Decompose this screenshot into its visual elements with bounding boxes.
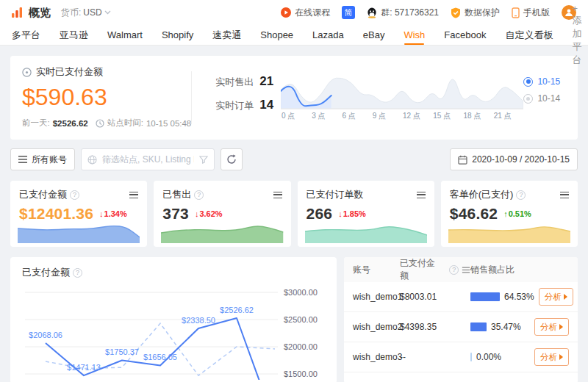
accounts-table-card: 账号 已支付金额 ? 销售额占比 wish_demo1 $8003.01 64.… [344, 257, 578, 382]
menu-icon[interactable] [273, 192, 282, 198]
caret-right-icon [564, 294, 567, 300]
tab-custom-board[interactable]: 自定义看板 [505, 25, 553, 45]
help-icon[interactable]: ? [194, 190, 204, 200]
analyze-button[interactable]: 分析 [539, 288, 573, 306]
sort-menu-icon[interactable] [462, 267, 470, 273]
tab-multi-platform[interactable]: 多平台 [12, 25, 40, 45]
add-platform-button[interactable]: + 添加平台 [572, 3, 581, 67]
menu-icon[interactable] [560, 192, 569, 198]
help-icon[interactable]: ? [516, 190, 526, 200]
svg-text:12 点: 12 点 [403, 112, 420, 120]
caret-right-icon [559, 354, 563, 360]
svg-text:$1656.05: $1656.05 [143, 353, 177, 361]
table-row: wish_demo3 -- 0.00% 分析 [344, 342, 578, 372]
play-icon [281, 7, 291, 18]
svg-text:$3000.00: $3000.00 [284, 288, 318, 297]
metric-card-paid-amount: 已支付金额 ? $12401.36 ↓1.34% [10, 181, 147, 247]
brand-area: 概览 货币: USD [12, 6, 111, 20]
realtime-summary: 实时已支付金额 $590.63 前一天: $2526.62 站点时间: 10-1… [22, 65, 191, 130]
caret-right-icon [559, 324, 563, 330]
refresh-button[interactable] [220, 148, 243, 170]
share-bar [470, 322, 487, 331]
site-time-label: 站点时间: [107, 118, 143, 129]
metric-cards: 已支付金额 ? $12401.36 ↓1.34% 已售出 ? 373 ↓3.62… [10, 181, 578, 247]
svg-text:$2068.06: $2068.06 [29, 331, 62, 339]
svg-text:15 点: 15 点 [434, 112, 451, 120]
radio-date-yesterday[interactable]: 10-14 [523, 93, 566, 104]
realtime-orders-value: 14 [259, 98, 273, 112]
table-header: 账号 已支付金额 ? 销售额占比 [344, 257, 578, 282]
chevron-down-icon [104, 10, 111, 15]
tab-ebay[interactable]: eBay [363, 25, 385, 45]
metric-card-sold: 已售出 ? 373 ↓3.62% [154, 181, 290, 247]
help-icon[interactable]: ? [73, 268, 82, 278]
tab-amazon[interactable]: 亚马逊 [60, 25, 88, 45]
date-range-picker[interactable]: 2020-10-09 / 2020-10-15 [450, 148, 578, 170]
metric-title: 客单价(已支付) [450, 188, 514, 201]
menu-icon[interactable] [129, 192, 138, 198]
jian-badge[interactable]: 简 [342, 6, 355, 19]
logo-icon [12, 7, 23, 18]
menu-icon[interactable] [417, 192, 426, 198]
shield-check-icon [451, 7, 461, 18]
data-protection-link[interactable]: 数据保护 [451, 7, 500, 19]
svg-text:$2000.00: $2000.00 [284, 342, 318, 351]
online-course-link[interactable]: 在线课程 [281, 7, 330, 19]
account-name: wish_demo2 [353, 322, 400, 332]
filter-search-box[interactable] [81, 148, 215, 170]
tab-shopee[interactable]: Shopee [260, 25, 293, 45]
qq-icon [367, 7, 377, 18]
header-paid-amount: 已支付金额 [400, 257, 443, 282]
svg-text:$1471.13: $1471.13 [67, 363, 101, 372]
tab-shopify[interactable]: Shopify [162, 25, 193, 45]
calendar-icon [458, 155, 467, 165]
filter-search-input[interactable] [101, 154, 196, 165]
sparkline-chart [161, 217, 283, 244]
qq-group-link[interactable]: 群: 571736321 [367, 7, 439, 19]
sparkline-chart [18, 217, 140, 244]
tab-lazada[interactable]: Lazada [312, 25, 344, 45]
tab-wish[interactable]: Wish [404, 25, 425, 45]
all-accounts-button[interactable]: 所有账号 [10, 148, 75, 170]
paid-amount-line-chart: $3000.00$2500.00$2000.00$1500.00$2068.06… [22, 283, 325, 380]
realtime-amount: $590.63 [22, 84, 191, 111]
radio-date-today[interactable]: 10-15 [523, 76, 566, 87]
sparkline-chart [448, 217, 570, 244]
dashboard-app: 概览 货币: USD 在线课程 简 [0, 0, 588, 382]
page-title: 概览 [29, 6, 51, 20]
tab-walmart[interactable]: Walmart [107, 25, 143, 45]
refresh-icon [226, 154, 237, 165]
metric-title: 已支付订单数 [306, 188, 364, 201]
share-bar [470, 292, 500, 301]
hamburger-icon [18, 156, 27, 163]
mobile-version-link[interactable]: 手机版 [512, 7, 550, 19]
prev-day-value: $2526.62 [53, 119, 88, 128]
analyze-button[interactable]: 分析 [534, 348, 569, 366]
svg-text:$1750.37: $1750.37 [105, 347, 139, 356]
share-percent: 0.00% [476, 352, 501, 362]
bottom-section: 已支付金额 ? $3000.00$2500.00$2000.00$1500.00… [10, 257, 578, 382]
svg-text:18 点: 18 点 [464, 112, 481, 120]
paid-amount-chart-card: 已支付金额 ? $3000.00$2500.00$2000.00$1500.00… [10, 257, 337, 382]
prev-day-label: 前一天: [22, 118, 50, 129]
radio-dot-icon [523, 77, 533, 87]
account-name: wish_demo1 [353, 292, 400, 302]
radio-dot-icon [523, 94, 533, 104]
svg-text:21 点: 21 点 [494, 112, 512, 120]
svg-text:$2338.50: $2338.50 [182, 316, 215, 325]
account-amount: $4398.35 [400, 322, 470, 332]
analyze-button[interactable]: 分析 [534, 318, 569, 336]
help-icon[interactable]: ? [449, 265, 459, 275]
chart-title: 已支付金额 [22, 266, 70, 279]
tab-facebook[interactable]: Facebook [444, 25, 486, 45]
share-percent: 35.47% [491, 322, 521, 332]
help-icon[interactable]: ? [70, 190, 79, 200]
tab-aliexpress[interactable]: 速卖通 [212, 25, 241, 45]
date-compare-radios: 10-15 10-14 [523, 65, 566, 130]
currency-selector[interactable]: 货币: USD [61, 7, 111, 19]
currency-value: USD [83, 7, 101, 18]
realtime-stats: 实时售出 21 实时订单 14 [199, 65, 281, 130]
sparkline-chart [305, 217, 427, 244]
svg-text:$1500.00: $1500.00 [284, 370, 318, 378]
site-time-value: 10-15 05:48 [146, 119, 191, 128]
